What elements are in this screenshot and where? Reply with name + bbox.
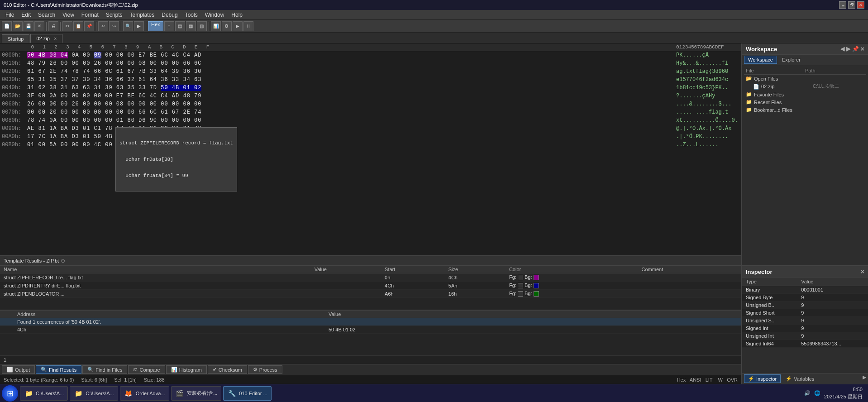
network-icon[interactable]: 🌐 xyxy=(814,390,820,396)
ws-file-item[interactable]: 📄 02.zip C:\U...实验二 xyxy=(744,82,866,91)
taskbar-item-explorer2[interactable]: 📁 C:\Users\A... xyxy=(70,386,118,401)
bottom-tab-output[interactable]: ⬜ Output xyxy=(2,365,35,374)
inspector-row-signed-short[interactable]: Signed Short 9 xyxy=(742,309,868,317)
hex-row[interactable]: 0060h: 26 00 00 00 26 00 00 00 08 00 00 … xyxy=(0,100,741,108)
mode-btn4[interactable]: ▦ xyxy=(186,21,196,31)
taskbar-item-firefox[interactable]: 🦊 Order Adva... xyxy=(120,386,169,401)
minimize-button[interactable]: 🗕 xyxy=(839,1,846,9)
hex-row[interactable]: 0070h: 00 00 20 00 00 00 00 00 00 00 66 … xyxy=(0,108,741,116)
inspector-tab-variables[interactable]: ⚡ Variables xyxy=(782,374,818,383)
script-btn[interactable]: ⚙ xyxy=(222,21,232,31)
status-sel: Sel: 1 [1h] xyxy=(114,377,137,383)
menu-format[interactable]: Format xyxy=(78,11,102,19)
close-file-button[interactable]: ✕ xyxy=(34,21,44,31)
ws-group-recent-files[interactable]: 📁 Recent Files xyxy=(744,98,866,106)
cut-button[interactable]: ✂ xyxy=(62,21,72,31)
hex-editor[interactable]: 0 1 2 3 4 5 6 7 8 9 A B C D E F 01234567… xyxy=(0,43,741,255)
inspector-close[interactable]: × xyxy=(861,268,864,275)
menu-debug[interactable]: Debug xyxy=(158,11,181,19)
ws-group-open-files[interactable]: 📂 Open Files xyxy=(744,75,866,82)
template-row[interactable]: struct ZIPENDLOCATOR ... A6h 16h Fg: Bg: xyxy=(0,290,741,298)
bottom-tab-find-in-files[interactable]: 🔍 Find in Files xyxy=(82,365,127,374)
workspace-next[interactable]: ▶ xyxy=(846,46,850,52)
taskbar-item-explorer1[interactable]: 📁 C:\Users\A... xyxy=(20,386,68,401)
menu-file[interactable]: File xyxy=(2,11,18,19)
inspector-tabs-next[interactable]: ▶ xyxy=(863,374,866,383)
toolbar-sep-5 xyxy=(146,22,146,31)
inspector-row-unsigned-byte[interactable]: Unsigned B... 9 xyxy=(742,302,868,309)
find-data-row[interactable]: 4Ch 50 4B 01 02 xyxy=(0,326,741,334)
inspector-tab-inspector[interactable]: ⚡ Inspector xyxy=(744,374,781,383)
paste-button[interactable]: 📌 xyxy=(84,21,94,31)
template-row[interactable]: struct ZIPDIRENTRY dirE... flag.txt 4Ch … xyxy=(0,282,741,290)
inspector-value-binary: 00001001 xyxy=(797,286,868,294)
hex-row[interactable]: 0080h: 78 74 0A 00 00 00 00 00 01 80 D6 … xyxy=(0,116,741,124)
ws-group-bookmark-files[interactable]: 📁 Bookmar...d Files xyxy=(744,106,866,114)
title-text: 010 Editor - C:\Users\Administrator\Down… xyxy=(4,2,138,9)
hex-row[interactable]: 00A0h: 17 7C 1A BA D3 01 50 4B 05 06 00 … xyxy=(0,133,741,141)
menu-scripts[interactable]: Scripts xyxy=(102,11,126,19)
maximize-button[interactable]: 🗗 xyxy=(848,1,855,9)
hex-row[interactable]: 0040h: 31 62 38 31 63 63 31 39 63 35 33 … xyxy=(0,84,741,92)
menu-tools[interactable]: Tools xyxy=(181,11,201,19)
hex-row[interactable]: 00B0h: 01 00 5A 00 00 00 4C 00 00 00 00 … xyxy=(0,141,741,149)
save-button[interactable]: 💾 xyxy=(24,21,33,31)
bottom-tab-checksum[interactable]: ✔ Checksum xyxy=(208,365,247,374)
workspace-tab-workspace[interactable]: Workspace xyxy=(744,56,777,64)
workspace-prev[interactable]: ◀ xyxy=(840,46,844,52)
run-btn[interactable]: ▶ xyxy=(233,21,243,31)
workspace-close[interactable]: × xyxy=(861,45,864,53)
ws-group-favorite-files[interactable]: 📁 Favorite Files xyxy=(744,91,866,98)
file-tab-close[interactable]: × xyxy=(54,36,57,41)
menu-view[interactable]: View xyxy=(59,11,78,19)
mode-btn2[interactable]: ≡ xyxy=(164,21,174,31)
template-col-value: Value xyxy=(311,266,381,273)
hex-row[interactable]: 0050h: 3F 00 0A 00 00 00 00 00 E7 BE 6C … xyxy=(0,92,741,100)
menu-templates[interactable]: Templates xyxy=(126,11,158,19)
redo-button[interactable]: ↪ xyxy=(109,21,119,31)
bottom-tab-find-results[interactable]: 🔍 Find Results xyxy=(36,365,81,374)
menu-search[interactable]: Search xyxy=(34,11,59,19)
chart-btn[interactable]: 📊 xyxy=(211,21,221,31)
copy-button[interactable]: 📋 xyxy=(73,21,83,31)
bottom-tab-compare[interactable]: ⚖ Compare xyxy=(128,365,165,374)
inspector-row-binary[interactable]: Binary 00001001 xyxy=(742,286,868,294)
bottom-tab-process[interactable]: ⚙ Process xyxy=(248,365,282,374)
start-button[interactable]: ⊞ xyxy=(2,385,18,402)
mode-btn3[interactable]: ▤ xyxy=(175,21,185,31)
inspector-row-unsigned-int[interactable]: Unsigned Int 9 xyxy=(742,332,868,340)
startup-tab[interactable]: Startup xyxy=(2,34,29,43)
hex-row[interactable]: 0010h: 48 79 26 00 00 00 26 00 00 00 08 … xyxy=(0,59,741,67)
taskbar-item-media[interactable]: 🎬 安装必看(含... xyxy=(171,386,222,401)
hex-row[interactable]: 0030h: 65 31 35 37 37 30 34 36 66 32 61 … xyxy=(0,76,741,84)
template-row[interactable]: struct ZIPFILERECORD re... flag.txt 0h 4… xyxy=(0,273,741,282)
workspace-tab-explorer[interactable]: Explorer xyxy=(778,56,805,64)
inspector-row-signed-int[interactable]: Signed Int 9 xyxy=(742,325,868,332)
taskbar-item-010editor[interactable]: 🔧 010 Editor ... xyxy=(223,386,271,401)
bottom-tab-histogram[interactable]: 📊 Histogram xyxy=(166,365,207,374)
taskbar-right: 🔊 🌐 8:50 2021/4/25 星期日 xyxy=(804,386,866,400)
inspector-row-unsigned-short[interactable]: Unsigned S... 9 xyxy=(742,317,868,325)
hex-row[interactable]: 0020h: 61 67 2E 74 78 74 66 6C 61 67 7B … xyxy=(0,67,741,76)
inspector-row-signed-byte[interactable]: Signed Byte 9 xyxy=(742,294,868,302)
hex-row[interactable]: 0090h: AE 81 1A BA D3 01 C1 78 17 7C 1A … xyxy=(0,124,741,133)
volume-icon[interactable]: 🔊 xyxy=(804,390,811,396)
menu-window[interactable]: Window xyxy=(201,11,228,19)
hex-row[interactable]: 0000h: 50 4B 03 04 0A 00 09 00 00 00 E7 … xyxy=(0,51,741,59)
close-button[interactable]: ✕ xyxy=(857,1,864,9)
inspector-row-signed-int64[interactable]: Signed Int64 5506986343713... xyxy=(742,340,868,348)
pause-btn[interactable]: ⏸ xyxy=(243,21,253,31)
print-button[interactable]: 🖨 xyxy=(48,21,58,31)
find-button[interactable]: 🔍 xyxy=(123,21,133,31)
workspace-pin[interactable]: 📌 xyxy=(852,46,859,52)
inspector-type-unsigned-int: Unsigned Int xyxy=(742,332,797,340)
menu-help[interactable]: Help xyxy=(228,11,246,19)
hex-mode-button[interactable]: Hex xyxy=(148,21,163,31)
new-button[interactable]: 📄 xyxy=(2,21,12,31)
mode-btn5[interactable]: ▥ xyxy=(197,21,207,31)
file-tab[interactable]: 02.zip × xyxy=(30,34,62,43)
find-next-button[interactable]: ▶ xyxy=(134,21,144,31)
open-button[interactable]: 📂 xyxy=(13,21,23,31)
undo-button[interactable]: ↩ xyxy=(98,21,108,31)
menu-edit[interactable]: Edit xyxy=(18,11,34,19)
